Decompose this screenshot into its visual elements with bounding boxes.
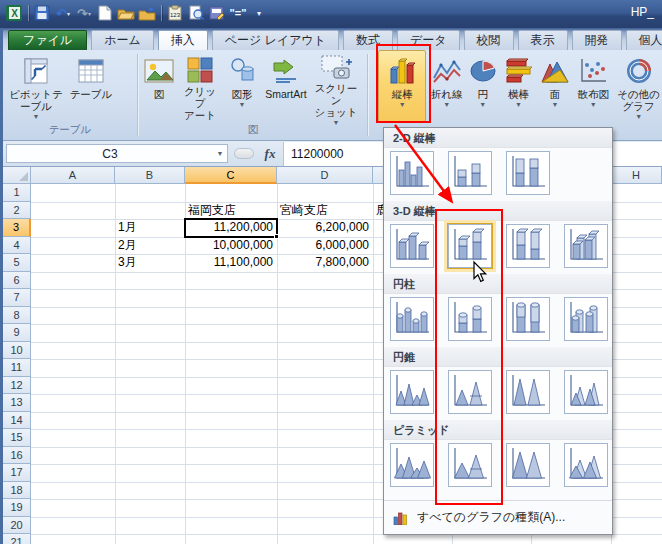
stacked-pyramid-icon[interactable] bbox=[448, 443, 492, 487]
redo-icon[interactable]: ↷ ▾ bbox=[74, 3, 94, 23]
bar-chart-button[interactable]: 横棒▼ bbox=[498, 50, 539, 122]
cell-D5[interactable]: 7,800,000 bbox=[280, 254, 369, 271]
row-header-18[interactable]: 18 bbox=[3, 482, 31, 500]
row-header-20[interactable]: 20 bbox=[3, 517, 31, 535]
stacked-cylinder-icon[interactable] bbox=[448, 297, 492, 341]
row-header-9[interactable]: 9 bbox=[3, 324, 31, 342]
row-header-4[interactable]: 4 bbox=[3, 237, 31, 255]
clustered-cylinder-icon[interactable] bbox=[390, 297, 434, 341]
tab-home[interactable]: ホーム bbox=[91, 30, 154, 50]
new-file-icon[interactable] bbox=[95, 3, 115, 23]
clustered-column-icon[interactable] bbox=[390, 151, 434, 195]
3d-pyramid-icon[interactable] bbox=[564, 443, 608, 487]
tab-developer[interactable]: 開発 bbox=[572, 30, 622, 50]
column-header-C[interactable]: C bbox=[185, 167, 277, 184]
column-header-H[interactable]: H bbox=[611, 167, 662, 184]
row-header-14[interactable]: 14 bbox=[3, 412, 31, 430]
clip-art-button[interactable]: クリップ アート bbox=[178, 50, 222, 122]
row-header-11[interactable]: 11 bbox=[3, 359, 31, 377]
cell-D2[interactable]: 宮崎支店 bbox=[280, 202, 369, 219]
excel-logo-icon[interactable]: X bbox=[4, 3, 24, 23]
row-header-8[interactable]: 8 bbox=[3, 307, 31, 325]
insert-function-button[interactable]: fx bbox=[258, 144, 282, 163]
cell-D4[interactable]: 6,000,000 bbox=[280, 237, 369, 254]
all-chart-types-item[interactable]: すべてのグラフの種類(A)... bbox=[384, 500, 612, 534]
paste-values-icon[interactable]: 123 bbox=[165, 3, 185, 23]
row-header-5[interactable]: 5 bbox=[3, 254, 31, 272]
cell-C2[interactable]: 福岡支店 bbox=[188, 202, 273, 219]
picture-button[interactable]: 図 bbox=[140, 50, 178, 122]
row-header-2[interactable]: 2 bbox=[3, 202, 31, 220]
3d-cylinder-icon[interactable] bbox=[564, 297, 608, 341]
row-header-12[interactable]: 12 bbox=[3, 377, 31, 395]
formula-bar-divider bbox=[234, 148, 254, 159]
stacked-100-cone-icon[interactable] bbox=[506, 370, 550, 414]
tab-personal[interactable]: 個人用 bbox=[626, 30, 662, 50]
undo-icon[interactable]: ↶ ▾ bbox=[53, 3, 73, 23]
stacked-cone-icon[interactable] bbox=[448, 370, 492, 414]
area-chart-label: 面 bbox=[550, 88, 561, 100]
pivot-table-button[interactable]: ピボットテーブル▼ bbox=[4, 50, 68, 122]
row-header-19[interactable]: 19 bbox=[3, 499, 31, 517]
tab-file[interactable]: ファイル bbox=[8, 30, 87, 50]
row-header-16[interactable]: 16 bbox=[3, 447, 31, 465]
tab-view[interactable]: 表示 bbox=[518, 30, 568, 50]
line-chart-button[interactable]: 折れ線▼ bbox=[426, 50, 467, 122]
scatter-chart-button[interactable]: 散布図▼ bbox=[571, 50, 616, 122]
column-header-D[interactable]: D bbox=[277, 167, 373, 184]
shapes-button[interactable]: 図形▼ bbox=[222, 50, 262, 122]
row-header-7[interactable]: 7 bbox=[3, 289, 31, 307]
name-box-dropdown-icon[interactable]: ▼ bbox=[213, 150, 227, 157]
3d-clustered-column-icon[interactable] bbox=[390, 224, 434, 268]
clustered-pyramid-icon[interactable] bbox=[390, 443, 434, 487]
clustered-cone-icon[interactable] bbox=[390, 370, 434, 414]
cell-C4[interactable]: 10,000,000 bbox=[188, 237, 273, 254]
fill-handle[interactable] bbox=[274, 234, 279, 239]
row-header-15[interactable]: 15 bbox=[3, 429, 31, 447]
select-all-corner[interactable] bbox=[3, 167, 31, 184]
row-header-6[interactable]: 6 bbox=[3, 272, 31, 290]
save-icon[interactable] bbox=[32, 3, 52, 23]
stacked-100-column-icon[interactable] bbox=[506, 151, 550, 195]
table-button[interactable]: テーブル bbox=[68, 50, 114, 122]
stacked-100-pyramid-icon[interactable] bbox=[506, 443, 550, 487]
row-header-17[interactable]: 17 bbox=[3, 464, 31, 482]
smartart-button[interactable]: SmartArt bbox=[262, 50, 310, 122]
3d-stacked-100-column-icon[interactable] bbox=[506, 224, 550, 268]
open-folder-icon[interactable] bbox=[116, 3, 136, 23]
screenshot-button[interactable]: スクリーン ショット▼ bbox=[310, 50, 362, 122]
tab-page-layout[interactable]: ページ レイアウト bbox=[212, 30, 339, 50]
name-box[interactable]: C3 ▼ bbox=[6, 144, 228, 163]
folder-up-icon[interactable] bbox=[137, 3, 157, 23]
area-chart-button[interactable]: 面▼ bbox=[539, 50, 571, 122]
3d-stacked-column-icon[interactable] bbox=[448, 224, 492, 268]
cell-D3[interactable]: 6,200,000 bbox=[280, 219, 369, 236]
row-header-21[interactable]: 21 bbox=[3, 534, 31, 544]
cell-B3[interactable]: 1月 bbox=[118, 219, 181, 236]
equals-quotes-icon[interactable]: "=" bbox=[228, 3, 248, 23]
tab-formulas[interactable]: 数式 bbox=[343, 30, 393, 50]
stacked-100-cylinder-icon[interactable] bbox=[506, 297, 550, 341]
cell-C5[interactable]: 11,100,000 bbox=[188, 254, 273, 271]
svg-text:123: 123 bbox=[170, 12, 181, 18]
other-charts-button[interactable]: その他の グラフ▼ bbox=[615, 50, 662, 122]
edit-cell-icon[interactable] bbox=[207, 3, 227, 23]
cell-B5[interactable]: 3月 bbox=[118, 254, 181, 271]
qat-more-icon[interactable]: ▾ bbox=[249, 3, 269, 23]
stacked-column-icon[interactable] bbox=[448, 151, 492, 195]
row-header-10[interactable]: 10 bbox=[3, 342, 31, 360]
column-chart-button[interactable]: 縦棒▼ bbox=[378, 50, 426, 122]
3d-column-icon[interactable] bbox=[564, 224, 608, 268]
pie-chart-button[interactable]: 円▼ bbox=[467, 50, 498, 122]
tab-review[interactable]: 校閲 bbox=[464, 30, 514, 50]
row-header-3[interactable]: 3 bbox=[3, 219, 31, 237]
column-header-A[interactable]: A bbox=[31, 167, 115, 184]
tab-data[interactable]: データ bbox=[397, 30, 460, 50]
row-header-13[interactable]: 13 bbox=[3, 394, 31, 412]
cell-B4[interactable]: 2月 bbox=[118, 237, 181, 254]
3d-cone-icon[interactable] bbox=[564, 370, 608, 414]
tab-insert[interactable]: 挿入 bbox=[158, 30, 208, 50]
column-header-B[interactable]: B bbox=[115, 167, 185, 184]
row-header-1[interactable]: 1 bbox=[3, 184, 31, 202]
print-preview-icon[interactable] bbox=[186, 3, 206, 23]
